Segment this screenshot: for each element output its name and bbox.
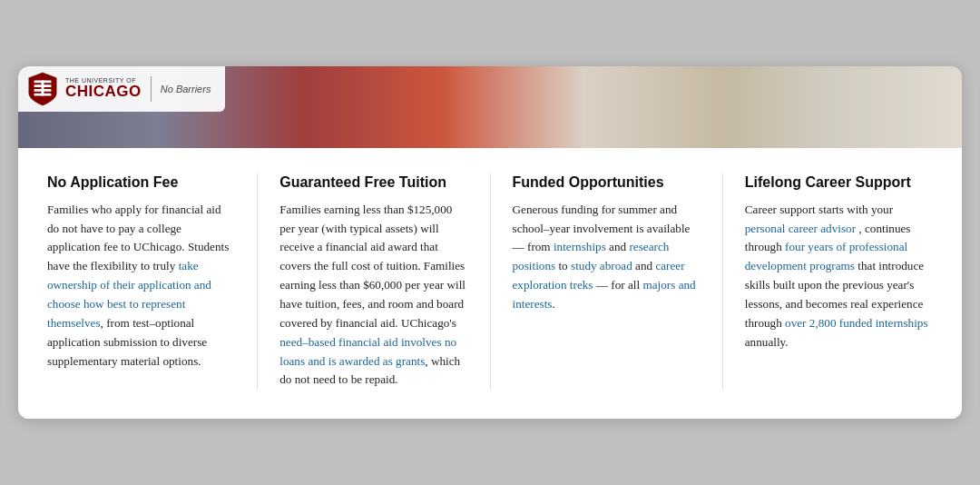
main-card: THE UNIVERSITY OF CHICAGO No Barriers No…: [18, 66, 962, 420]
logo-nobarriers-label: No Barriers: [161, 84, 211, 94]
link-personal-career-advisor[interactable]: personal career advisor: [745, 222, 856, 235]
col2-body: Families earning less than $125,000 per …: [279, 201, 467, 391]
logo-bar: THE UNIVERSITY OF CHICAGO No Barriers: [18, 66, 225, 112]
col3-body: Generous funding for summer and school–y…: [513, 201, 701, 314]
logo-chicago-label: CHICAGO: [65, 84, 142, 101]
link-need-based-aid[interactable]: need–based financial aid involves no loa…: [279, 335, 456, 368]
logo-divider: [151, 76, 152, 102]
col-lifelong-career-support: Lifelong Career Support Career support s…: [745, 173, 933, 391]
link-funded-internships[interactable]: over 2,800 funded internships: [785, 316, 928, 330]
divider-1: [257, 173, 258, 391]
col4-body: Career support starts with your personal…: [745, 201, 933, 352]
divider-2: [490, 173, 491, 391]
link-four-years-programs[interactable]: four years of professional development p…: [745, 240, 907, 272]
svg-rect-4: [42, 80, 44, 95]
col1-body: Families who apply for financial aid do …: [47, 201, 235, 371]
content-area: No Application Fee Families who apply fo…: [18, 148, 962, 420]
logo-text-group: THE UNIVERSITY OF CHICAGO: [65, 77, 142, 101]
link-take-ownership[interactable]: take ownership of their application and …: [47, 259, 211, 330]
col-funded-opportunities: Funded Opportunities Generous funding fo…: [513, 173, 701, 391]
col4-heading: Lifelong Career Support: [745, 173, 933, 192]
col3-heading: Funded Opportunities: [513, 173, 701, 192]
col2-heading: Guaranteed Free Tuition: [279, 173, 467, 192]
col-guaranteed-free-tuition: Guaranteed Free Tuition Families earning…: [279, 173, 467, 391]
col1-heading: No Application Fee: [47, 173, 235, 192]
col-no-application-fee: No Application Fee Families who apply fo…: [47, 173, 235, 391]
uchicago-shield-icon: [27, 72, 58, 106]
link-study-abroad[interactable]: study abroad: [571, 259, 632, 272]
divider-3: [722, 173, 723, 391]
link-internships[interactable]: internships: [554, 240, 606, 253]
hero-section: THE UNIVERSITY OF CHICAGO No Barriers: [18, 66, 962, 148]
